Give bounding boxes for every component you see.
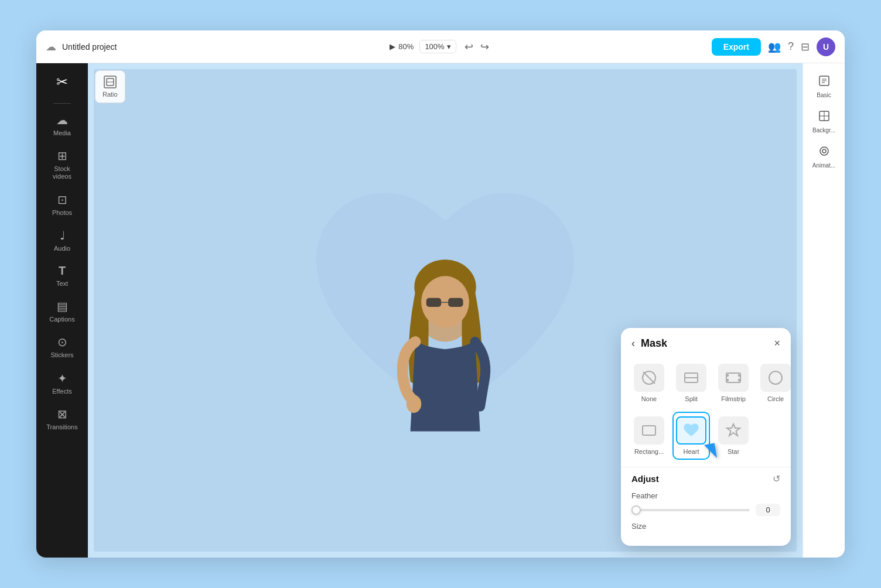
top-bar: ☁ Untitled project ▶ 80% 100% ▾ ↩ ↪ Expo… (36, 30, 845, 63)
preview-button[interactable]: ▶ 80% (390, 42, 414, 51)
sidebar-item-label: Stock videos (45, 165, 80, 180)
sidebar-item-label: Media (53, 129, 71, 137)
feather-row: Feather 0 (631, 491, 780, 516)
sidebar-item-photos[interactable]: ⊡ Photos (41, 188, 83, 221)
mask-rectangle-label: Rectang... (634, 448, 664, 455)
settings-button[interactable]: ⊟ (801, 40, 810, 53)
mask-rectangle-icon (634, 416, 664, 445)
sidebar-item-stickers[interactable]: ⊙ Stickers (41, 330, 83, 364)
sidebar-item-label: Photos (52, 209, 72, 217)
mask-panel: ‹ Mask × None (621, 328, 791, 546)
effects-icon: ✦ (57, 371, 67, 385)
feather-label: Feather (631, 491, 780, 500)
mask-item-none[interactable]: None (630, 359, 668, 407)
svg-rect-19 (643, 426, 655, 435)
export-button[interactable]: Export (712, 38, 761, 56)
top-bar-right: Export 👥 ? ⊟ U (498, 37, 835, 56)
svg-rect-15 (726, 379, 729, 381)
canvas-content: ‹ Mask × None (88, 63, 803, 558)
sidebar-item-captions[interactable]: ▤ Captions (41, 295, 83, 328)
size-row: Size (631, 522, 780, 531)
canvas-area: Ratio (88, 63, 803, 558)
mask-none-icon (634, 364, 664, 392)
redo-button[interactable]: ↪ (478, 38, 491, 56)
feather-slider[interactable] (631, 509, 750, 511)
sidebar-item-effects[interactable]: ✦ Effects (41, 367, 83, 400)
sidebar-item-label: Audio (54, 245, 70, 252)
main-area: ✂ ☁ Media ⊞ Stock videos ⊡ Photos ♩ Audi… (36, 63, 845, 558)
right-panel-animate[interactable]: Animat... (807, 141, 842, 173)
mask-circle-icon (760, 364, 791, 392)
right-panel-background[interactable]: Backgr... (807, 105, 842, 138)
mask-item-rectangle[interactable]: Rectang... (630, 412, 668, 460)
mask-item-star[interactable]: Star (715, 412, 752, 460)
sidebar-item-label: Stickers (50, 351, 73, 359)
top-bar-center: ▶ 80% 100% ▾ ↩ ↪ (390, 38, 491, 56)
sidebar-item-media[interactable]: ☁ Media (41, 108, 83, 142)
mask-heart-icon (676, 416, 706, 445)
adjust-title: Adjust (631, 474, 659, 484)
mask-heart-label: Heart (684, 448, 699, 455)
feather-value: 0 (756, 504, 780, 516)
collaborate-button[interactable]: 👥 (768, 40, 781, 53)
sidebar-item-label: Captions (49, 316, 74, 323)
background-icon (818, 110, 830, 125)
play-icon: ▶ (390, 42, 395, 51)
sidebar-item-label: Effects (52, 388, 71, 395)
basic-label: Basic (817, 92, 831, 98)
background-label: Backgr... (812, 127, 835, 134)
sidebar-item-audio[interactable]: ♩ Audio (41, 224, 83, 257)
ratio-icon (104, 76, 117, 88)
ratio-button[interactable]: Ratio (95, 70, 125, 103)
ratio-label: Ratio (103, 91, 118, 98)
reset-icon[interactable]: ↺ (773, 473, 780, 484)
mask-item-heart[interactable]: Heart (672, 412, 710, 460)
sidebar-divider (53, 103, 71, 104)
adjust-header: Adjust ↺ (631, 473, 780, 484)
text-icon: T (59, 264, 66, 278)
sidebar-item-text[interactable]: T Text (41, 259, 83, 292)
user-avatar[interactable]: U (817, 37, 835, 56)
sidebar-item-label: Transitions (46, 423, 77, 431)
mask-star-icon (718, 416, 749, 445)
right-panel: Basic Backgr... Animat... (803, 63, 845, 558)
stickers-icon: ⊙ (57, 335, 67, 349)
mask-title: Mask (641, 337, 768, 350)
size-label: Size (631, 522, 780, 531)
sidebar-item-stock-videos[interactable]: ⊞ Stock videos (41, 144, 83, 185)
project-title: Untitled project (62, 42, 117, 52)
right-panel-basic[interactable]: Basic (807, 70, 842, 103)
person-image (346, 241, 545, 552)
undo-redo-controls: ↩ ↪ (462, 38, 491, 56)
mask-split-icon (676, 364, 706, 392)
mask-item-circle[interactable]: Circle (757, 359, 791, 407)
mask-back-button[interactable]: ‹ (631, 337, 635, 350)
mask-close-button[interactable]: × (774, 337, 780, 350)
feather-slider-row: 0 (631, 504, 780, 516)
svg-rect-5 (426, 298, 442, 307)
svg-rect-16 (738, 374, 740, 377)
adjust-section: Adjust ↺ Feather 0 (621, 467, 791, 546)
sidebar-item-label: Text (56, 280, 68, 288)
stock-videos-icon: ⊞ (57, 149, 67, 163)
animate-icon (818, 145, 830, 160)
mask-circle-label: Circle (767, 395, 784, 402)
help-button[interactable]: ? (788, 40, 794, 53)
svg-point-28 (820, 147, 828, 155)
basic-icon (818, 75, 830, 90)
undo-button[interactable]: ↩ (462, 38, 476, 56)
svg-point-18 (769, 371, 782, 384)
feather-thumb[interactable] (631, 505, 641, 515)
mask-item-filmstrip[interactable]: Filmstrip (715, 359, 752, 407)
zoom-control[interactable]: 100% ▾ (419, 40, 456, 53)
sidebar-item-transitions[interactable]: ⊠ Transitions (41, 402, 83, 436)
svg-rect-6 (448, 298, 463, 307)
chevron-down-icon: ▾ (447, 42, 451, 51)
mask-grid: None Split (621, 357, 791, 467)
svg-point-29 (822, 149, 826, 153)
photos-icon: ⊡ (57, 193, 67, 207)
mask-item-split[interactable]: Split (672, 359, 710, 407)
mask-none-label: None (641, 395, 657, 402)
zoom-value: 100% (425, 42, 444, 51)
transitions-icon: ⊠ (57, 407, 67, 421)
